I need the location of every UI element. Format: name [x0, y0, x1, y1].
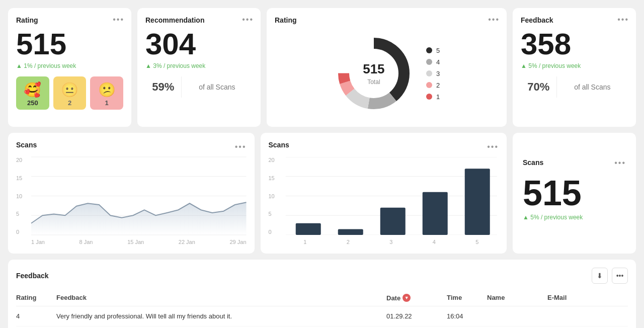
col-name: Name: [487, 294, 547, 302]
col-time: Time: [447, 294, 487, 302]
recommendation-title: Recommendation: [145, 16, 253, 24]
feedback-value: 358: [521, 29, 628, 59]
recommendation-value: 304: [145, 29, 253, 59]
neutral-icon: 😐: [55, 81, 85, 98]
date-filter-icon[interactable]: ▼: [403, 294, 411, 302]
rating-value: 515: [16, 29, 123, 59]
legend-dot-3: [426, 70, 432, 76]
scans-number-card: Scans ••• 515 5% / previous week: [513, 133, 636, 254]
feedback-label: of all Scans: [557, 76, 628, 98]
legend-2: 2: [426, 81, 440, 89]
feedback-table-title: Feedback: [16, 272, 49, 280]
bar-x-axis: 1 2 3 4 5: [284, 239, 499, 245]
svg-rect-19: [464, 169, 490, 235]
legend-label-5: 5: [436, 47, 440, 54]
recommendation-stat: 59% of all Scans: [145, 76, 253, 98]
recommendation-card: Recommendation ••• 304 3% / previous wee…: [137, 8, 261, 127]
feedback-title: Feedback: [521, 16, 628, 24]
legend-5: 5: [426, 47, 440, 54]
middle-row: Scans •••: [8, 133, 636, 254]
feedback-menu[interactable]: •••: [617, 15, 629, 24]
feedback-table-header: Feedback ⬇ •••: [16, 268, 628, 284]
rating-donut-card: Rating •••: [267, 8, 507, 127]
table-header: Rating Feedback Date ▼ Time Name E-Mail: [16, 290, 628, 306]
donut-legend: 5 4 3 2 1: [426, 47, 440, 101]
legend-dot-2: [426, 82, 432, 88]
legend-label-3: 3: [436, 70, 440, 77]
recommendation-label: of all Scans: [182, 76, 253, 98]
rating-menu[interactable]: •••: [113, 15, 124, 24]
row-time: 16:04: [447, 312, 487, 320]
feedback-trend: 5% / previous week: [521, 62, 628, 69]
emoji-sad: 😕 1: [90, 76, 123, 110]
row-rating: 4: [16, 312, 56, 320]
recommendation-trend: 3% / previous week: [145, 62, 253, 69]
donut-chart: 515 Total: [334, 33, 414, 114]
scans-number-menu[interactable]: •••: [614, 158, 626, 171]
row-feedback: Very friendly and professional. Will tel…: [56, 312, 386, 320]
top-row: Rating ••• 515 1% / previous week 🥰 250 …: [8, 8, 636, 127]
table-row: 4 Very friendly and professional. Will t…: [16, 306, 628, 326]
y-axis: 20 15 10 5 0: [16, 157, 22, 235]
x-axis: 1 Jan 8 Jan 15 Jan 22 Jan 29 Jan: [31, 239, 247, 245]
legend-dot-4: [426, 59, 432, 65]
line-chart-area: 20 15 10 5 0 1 Jan 8 Jan 15 Jan 22 Jan 2…: [16, 157, 247, 248]
scans-line-menu[interactable]: •••: [235, 142, 247, 151]
rating-donut-title: Rating: [275, 16, 499, 24]
legend-label-2: 2: [436, 81, 440, 89]
emoji-happy-count: 250: [18, 99, 47, 107]
scans-bar-card: Scans •••: [261, 133, 507, 254]
sad-icon: 😕: [92, 81, 121, 98]
feedback-table-card: Feedback ⬇ ••• Rating Feedback Date ▼ Ti…: [8, 260, 636, 328]
scans-line-card: Scans •••: [8, 133, 255, 254]
col-feedback: Feedback: [56, 294, 386, 302]
scans-number-trend: 5% / previous week: [523, 214, 583, 221]
legend-3: 3: [426, 70, 440, 77]
legend-1: 1: [426, 93, 440, 101]
legend-dot-1: [426, 94, 432, 100]
table-menu-button[interactable]: •••: [612, 268, 628, 284]
emoji-neutral-count: 2: [55, 99, 85, 107]
emoji-sad-count: 1: [92, 99, 121, 107]
feedback-actions: ⬇ •••: [592, 268, 628, 284]
rating-title: Rating: [16, 16, 123, 24]
legend-4: 4: [426, 58, 440, 66]
donut-center: 515 Total: [363, 61, 384, 86]
emoji-row: 🥰 250 😐 2 😕 1: [16, 76, 123, 110]
legend-label-1: 1: [436, 93, 440, 101]
scans-number-title: Scans: [523, 158, 543, 167]
rating-trend: 1% / previous week: [16, 62, 123, 69]
feedback-pct: 70%: [521, 76, 557, 98]
col-date: Date ▼: [386, 294, 447, 302]
scans-number-value: 515: [523, 176, 582, 211]
scans-bar-menu[interactable]: •••: [487, 142, 499, 151]
recommendation-pct: 59%: [145, 76, 182, 98]
donut-total: 515: [363, 61, 384, 77]
rating-donut-menu[interactable]: •••: [488, 15, 500, 24]
col-rating: Rating: [16, 294, 56, 302]
download-button[interactable]: ⬇: [592, 268, 608, 284]
feedback-stat: 70% of all Scans: [521, 76, 628, 98]
row-date: 01.29.22: [386, 312, 447, 320]
emoji-neutral: 😐 2: [53, 76, 87, 110]
donut-content: 515 Total 5 4 3: [275, 28, 499, 119]
svg-rect-16: [338, 229, 363, 235]
donut-label: Total: [367, 78, 380, 86]
dashboard: Rating ••• 515 1% / previous week 🥰 250 …: [8, 8, 636, 328]
col-email: E-Mail: [547, 294, 628, 302]
happy-icon: 🥰: [18, 81, 47, 98]
svg-rect-18: [422, 192, 447, 235]
bar-y-axis: 20 15 10 5 0: [269, 157, 275, 235]
line-chart-svg: [31, 157, 247, 235]
recommendation-menu[interactable]: •••: [242, 15, 254, 24]
legend-label-4: 4: [436, 58, 440, 66]
bar-chart-svg: [284, 157, 499, 235]
rating-card: Rating ••• 515 1% / previous week 🥰 250 …: [8, 8, 131, 127]
legend-dot-5: [426, 47, 432, 53]
bar-chart-area: 20 15 10 5 0 1 2 3 4 5: [269, 157, 499, 248]
svg-rect-17: [380, 208, 405, 235]
date-badge: Date ▼: [386, 294, 411, 302]
scans-bar-title: Scans: [269, 141, 289, 149]
feedback-card: Feedback ••• 358 5% / previous week 70% …: [513, 8, 636, 127]
svg-rect-15: [295, 223, 320, 235]
